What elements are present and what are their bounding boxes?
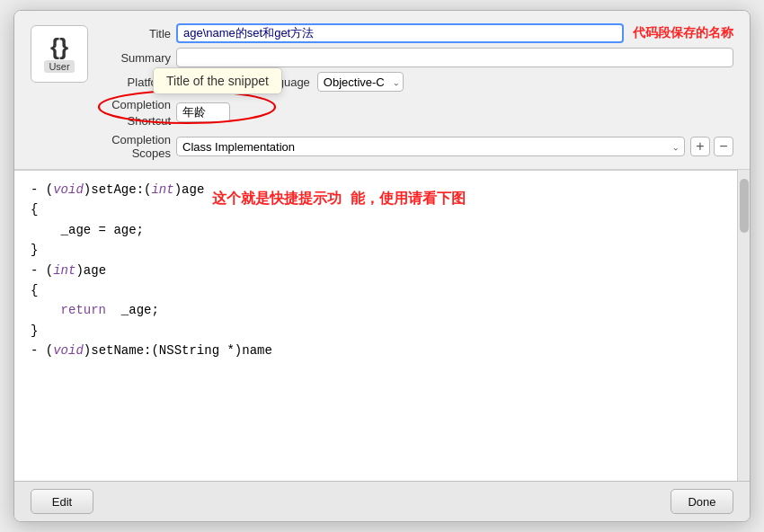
bottom-bar: Edit Done — [14, 481, 750, 521]
tooltip: Title of the snippet — [153, 67, 282, 94]
done-button[interactable]: Done — [671, 489, 733, 514]
scrollbar-thumb[interactable] — [740, 179, 749, 233]
code-line-5: - (int)age — [31, 261, 721, 280]
add-scope-button[interactable]: + — [690, 137, 710, 156]
summary-input[interactable] — [176, 48, 733, 67]
summary-label: Summary — [99, 51, 171, 65]
user-label: User — [44, 60, 74, 73]
language-select-wrapper: Objective-C Swift C C++ — [317, 72, 404, 92]
scopes-select-wrapper: Class Implementation Class Interface Met… — [176, 137, 685, 156]
code-line-1: - (void)setAge:(int)age — [31, 180, 721, 200]
code-line-8: } — [31, 321, 721, 341]
add-remove-buttons: + − — [690, 137, 733, 156]
title-annotation: 代码段保存的名称 — [633, 25, 733, 41]
code-line-3: _age = age; — [31, 220, 721, 240]
shortcut-input[interactable] — [176, 102, 230, 122]
form-section: {} User Title 代码段保存的名称 Summary — [14, 11, 750, 170]
title-field-row: Title 代码段保存的名称 — [99, 23, 733, 43]
shortcut-label: Completion Shortcut — [111, 98, 171, 128]
scopes-row: Completion Scopes Class Implementation C… — [99, 133, 733, 160]
code-line-2: { — [31, 200, 721, 219]
language-select[interactable]: Objective-C Swift C C++ — [317, 72, 404, 92]
main-body: - (void)setAge:(int)age { _age = age; } … — [14, 170, 750, 481]
shortcut-row: Completion Shortcut — [99, 96, 733, 129]
snippet-icon: {} User — [31, 25, 88, 83]
snippet-editor-dialog: {} User Title 代码段保存的名称 Summary — [13, 10, 751, 522]
code-line-6: { — [31, 280, 721, 300]
fields-column: Title 代码段保存的名称 Summary Title of the snip… — [99, 23, 733, 160]
title-input[interactable] — [176, 23, 624, 43]
shortcut-label-wrapper: Completion Shortcut — [99, 96, 171, 129]
remove-scope-button[interactable]: − — [714, 137, 733, 156]
scrollbar[interactable] — [737, 170, 750, 481]
edit-button[interactable]: Edit — [31, 489, 93, 514]
title-row: {} User Title 代码段保存的名称 Summary — [31, 23, 733, 160]
scopes-select[interactable]: Class Implementation Class Interface Met… — [176, 137, 685, 156]
code-editor[interactable]: - (void)setAge:(int)age { _age = age; } … — [14, 170, 737, 481]
title-label: Title — [99, 27, 171, 40]
braces-icon: {} — [50, 35, 68, 58]
code-line-10: - (void)setName:(NSString *)name — [31, 341, 721, 360]
code-line-7: return _age; — [31, 300, 721, 320]
scopes-label: Completion Scopes — [99, 133, 171, 160]
summary-field-row: Summary Title of the snippet — [99, 48, 733, 67]
code-line-4: } — [31, 240, 721, 260]
